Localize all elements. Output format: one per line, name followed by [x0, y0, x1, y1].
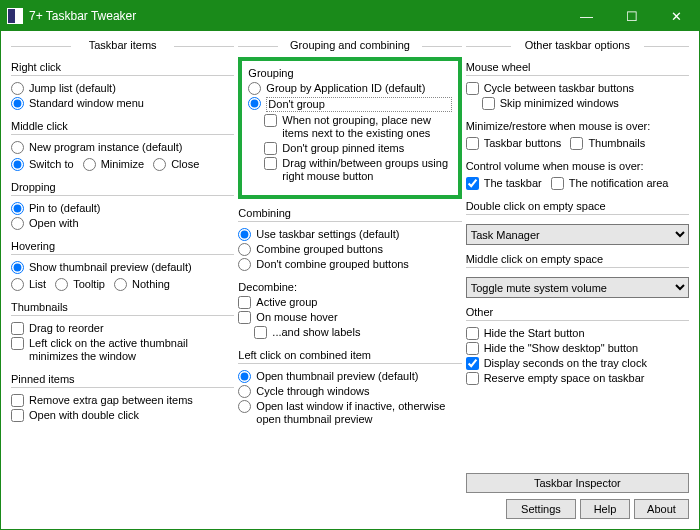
titlebar[interactable]: 7+ Taskbar Tweaker — ☐ ✕	[1, 1, 699, 31]
group-dblclick-empty: Double click on empty space Task Manager	[466, 200, 689, 245]
opt-switch-to[interactable]: Switch to	[11, 158, 74, 171]
chk-seconds[interactable]: Display seconds on the tray clock	[466, 357, 689, 370]
client-area: Taskbar items Right click Jump list (def…	[1, 31, 699, 529]
dropping-title: Dropping	[11, 181, 234, 196]
close-button[interactable]: ✕	[654, 1, 699, 31]
taskbar-inspector-button[interactable]: Taskbar Inspector	[466, 473, 689, 493]
hovering-title: Hovering	[11, 240, 234, 255]
opt-open-thumb[interactable]: Open thumbnail preview (default)	[238, 370, 461, 383]
minimize-button[interactable]: —	[564, 1, 609, 31]
group-leftclick-combined: Left click on combined item Open thumbna…	[238, 349, 461, 428]
chk-vol-taskbar[interactable]: The taskbar	[466, 177, 542, 190]
combining-title: Combining	[238, 207, 461, 222]
combo-midclick[interactable]: Toggle mute system volume	[466, 277, 689, 298]
chk-drag-groups[interactable]: Drag within/between groups using right m…	[264, 157, 451, 183]
group-pinned: Pinned items Remove extra gap between it…	[11, 373, 234, 424]
decombine-title: Decombine:	[238, 281, 461, 293]
col3-header: Other taskbar options	[466, 39, 689, 53]
chk-on-hover[interactable]: On mouse hover	[238, 311, 461, 324]
help-button[interactable]: Help	[580, 499, 630, 519]
opt-group-appid[interactable]: Group by Application ID (default)	[248, 82, 451, 95]
opt-pin-to[interactable]: Pin to (default)	[11, 202, 234, 215]
bottom-button-row: Settings Help About	[466, 499, 689, 519]
group-volume: Control volume when mouse is over: The t…	[466, 160, 689, 192]
chk-hide-start[interactable]: Hide the Start button	[466, 327, 689, 340]
opt-minimize[interactable]: Minimize	[83, 158, 144, 171]
app-icon	[7, 8, 23, 24]
chk-place-next[interactable]: When not grouping, place new items next …	[264, 114, 451, 140]
chk-open-dbl[interactable]: Open with double click	[11, 409, 234, 422]
midclick-title: Middle click on empty space	[466, 253, 689, 268]
minrestore-title: Minimize/restore when mouse is over:	[466, 120, 689, 132]
combo-dblclick[interactable]: Task Manager	[466, 224, 689, 245]
thumbnails-title: Thumbnails	[11, 301, 234, 316]
opt-nothing[interactable]: Nothing	[114, 278, 170, 291]
chk-dont-group-pinned[interactable]: Don't group pinned items	[264, 142, 451, 155]
chk-show-labels[interactable]: ...and show labels	[254, 326, 461, 339]
maximize-button[interactable]: ☐	[609, 1, 654, 31]
opt-combine[interactable]: Combine grouped buttons	[238, 243, 461, 256]
settings-button[interactable]: Settings	[506, 499, 576, 519]
chk-cycle-buttons[interactable]: Cycle between taskbar buttons	[466, 82, 689, 95]
leftclick-title: Left click on combined item	[238, 349, 461, 364]
opt-dont-combine[interactable]: Don't combine grouped buttons	[238, 258, 461, 271]
right-click-title: Right click	[11, 61, 234, 76]
opt-thumb-preview[interactable]: Show thumbnail preview (default)	[11, 261, 234, 274]
grouping-title: Grouping	[248, 67, 451, 79]
wheel-title: Mouse wheel	[466, 61, 689, 76]
highlight-grouping: Grouping Group by Application ID (defaul…	[238, 57, 461, 199]
opt-standard-menu[interactable]: Standard window menu	[11, 97, 234, 110]
opt-new-program[interactable]: New program instance (default)	[11, 141, 234, 154]
group-mouse-wheel: Mouse wheel Cycle between taskbar button…	[466, 61, 689, 112]
chk-active-group[interactable]: Active group	[238, 296, 461, 309]
chk-drag-reorder[interactable]: Drag to reorder	[11, 322, 234, 335]
group-hovering: Hovering Show thumbnail preview (default…	[11, 240, 234, 293]
col-grouping-combining: Grouping and combining Grouping Group by…	[238, 39, 461, 519]
group-combining: Combining Use taskbar settings (default)…	[238, 207, 461, 273]
opt-jump-list[interactable]: Jump list (default)	[11, 82, 234, 95]
volume-title: Control volume when mouse is over:	[466, 160, 689, 172]
chk-leftclick-thumb[interactable]: Left click on the active thumbnail minim…	[11, 337, 234, 363]
group-other: Other Hide the Start button Hide the "Sh…	[466, 306, 689, 387]
group-min-restore: Minimize/restore when mouse is over: Tas…	[466, 120, 689, 152]
chk-reserve[interactable]: Reserve empty space on taskbar	[466, 372, 689, 385]
chk-remove-gap[interactable]: Remove extra gap between items	[11, 394, 234, 407]
col-other-options: Other taskbar options Mouse wheel Cycle …	[466, 39, 689, 519]
window-title: 7+ Taskbar Tweaker	[29, 9, 564, 23]
chk-vol-notif[interactable]: The notification area	[551, 177, 669, 190]
group-dropping: Dropping Pin to (default) Open with	[11, 181, 234, 232]
about-button[interactable]: About	[634, 499, 689, 519]
middle-click-title: Middle click	[11, 120, 234, 135]
opt-use-taskbar[interactable]: Use taskbar settings (default)	[238, 228, 461, 241]
other-title: Other	[466, 306, 689, 321]
group-middle-click: Middle click New program instance (defau…	[11, 120, 234, 173]
group-decombine: Decombine: Active group On mouse hover .…	[238, 281, 461, 341]
col-taskbar-items: Taskbar items Right click Jump list (def…	[11, 39, 234, 519]
chk-thumbnails[interactable]: Thumbnails	[570, 137, 645, 150]
opt-open-with[interactable]: Open with	[11, 217, 234, 230]
dblclick-title: Double click on empty space	[466, 200, 689, 215]
opt-close[interactable]: Close	[153, 158, 199, 171]
app-window: 7+ Taskbar Tweaker — ☐ ✕ Taskbar items R…	[0, 0, 700, 530]
chk-skip-min[interactable]: Skip minimized windows	[482, 97, 689, 110]
opt-tooltip[interactable]: Tooltip	[55, 278, 105, 291]
group-right-click: Right click Jump list (default) Standard…	[11, 61, 234, 112]
opt-open-last[interactable]: Open last window if inactive, otherwise …	[238, 400, 461, 426]
col2-header: Grouping and combining	[238, 39, 461, 53]
group-thumbnails: Thumbnails Drag to reorder Left click on…	[11, 301, 234, 365]
opt-list[interactable]: List	[11, 278, 46, 291]
col1-header: Taskbar items	[11, 39, 234, 53]
chk-tb-buttons[interactable]: Taskbar buttons	[466, 137, 562, 150]
opt-cycle-windows[interactable]: Cycle through windows	[238, 385, 461, 398]
chk-hide-showdesk[interactable]: Hide the "Show desktop" button	[466, 342, 689, 355]
group-midclick-empty: Middle click on empty space Toggle mute …	[466, 253, 689, 298]
pinned-title: Pinned items	[11, 373, 234, 388]
opt-dont-group[interactable]: Don't group	[248, 97, 451, 112]
